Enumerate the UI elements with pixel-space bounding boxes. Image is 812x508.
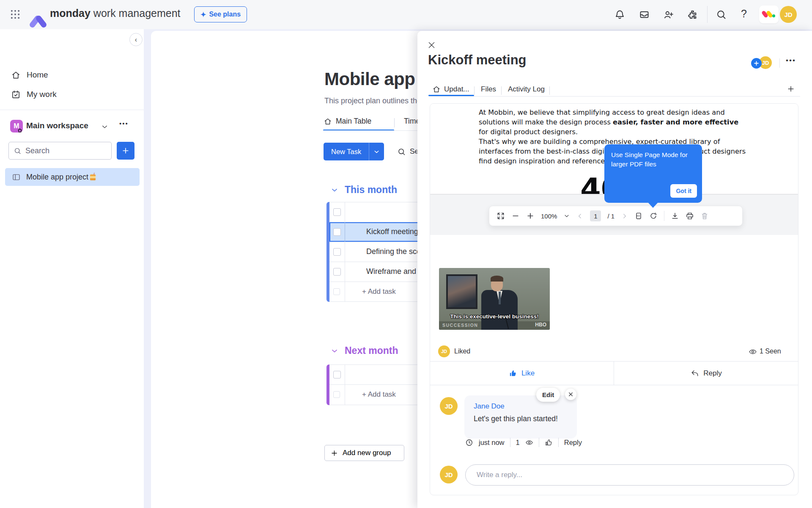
sidebar-item-my-work[interactable]: My work xyxy=(6,86,133,103)
product-name-rest: work management xyxy=(93,7,181,19)
next-page-icon[interactable] xyxy=(621,213,628,220)
sparkle-icon: ✦ xyxy=(200,11,206,19)
workspace-chevron-down-icon[interactable] xyxy=(101,123,109,131)
tab-separator xyxy=(394,118,395,127)
monday-app: mondaywork management ✦ See plans ? JD H… xyxy=(0,0,812,508)
monday-logo-icon[interactable] xyxy=(30,14,47,29)
panel-close-icon[interactable] xyxy=(427,41,436,50)
single-page-mode-icon[interactable] xyxy=(634,212,643,220)
search-icon xyxy=(397,147,406,156)
help-icon[interactable]: ? xyxy=(741,8,747,20)
zoom-chevron-down-icon[interactable] xyxy=(563,213,570,219)
tab-main-table[interactable]: Main Table xyxy=(324,117,371,126)
plus-icon xyxy=(330,449,338,457)
fullscreen-icon[interactable] xyxy=(497,212,505,220)
comment-author[interactable]: Jane Doe xyxy=(474,402,568,411)
new-task-chevron-down-icon[interactable] xyxy=(369,143,384,160)
row-checkbox[interactable] xyxy=(333,228,341,236)
my-work-icon xyxy=(11,90,21,99)
comment-meta-row: just now 1 Reply xyxy=(465,437,582,448)
comment-edit-button[interactable]: Edit xyxy=(536,388,560,402)
home-label: Home xyxy=(27,70,48,80)
rotate-icon[interactable] xyxy=(649,212,658,220)
previous-page-icon[interactable] xyxy=(576,213,584,220)
comment-text: Let's get this plan started! xyxy=(474,414,568,423)
toolbar-divider xyxy=(664,211,664,221)
group-chevron-down-icon xyxy=(330,186,339,194)
zoom-level[interactable]: 100% xyxy=(541,213,557,220)
row-checkbox[interactable] xyxy=(333,248,341,256)
gif-attachment[interactable]: This is executive-level business! SUCCES… xyxy=(439,268,550,330)
zoom-out-icon[interactable] xyxy=(511,212,520,220)
product-name: mondaywork management xyxy=(50,7,181,19)
print-icon[interactable] xyxy=(686,212,694,220)
zoom-in-icon[interactable] xyxy=(526,212,535,220)
sidebar-divider xyxy=(0,110,144,110)
inbox-icon[interactable] xyxy=(639,9,650,20)
sidebar-search xyxy=(8,142,112,160)
row-checkbox xyxy=(333,288,340,295)
monday-home-logo[interactable] xyxy=(759,6,779,23)
sidebar-item-board[interactable]: Mobile app project xyxy=(5,168,140,186)
apps-grid-icon[interactable] xyxy=(9,8,21,20)
delete-icon[interactable] xyxy=(700,212,709,220)
sidebar-add-button[interactable] xyxy=(117,142,134,160)
tab-files[interactable]: Files xyxy=(481,85,496,94)
add-task-label[interactable]: + Add task xyxy=(362,287,396,296)
task-name[interactable]: Kickoff meeting xyxy=(366,227,418,236)
comment-like-thumb-icon[interactable] xyxy=(545,439,553,447)
tab-activity-log[interactable]: Activity Log xyxy=(508,85,545,94)
download-icon[interactable] xyxy=(671,212,679,220)
panel-item-title[interactable]: Kickoff meeting xyxy=(428,52,527,68)
reply-button[interactable]: Reply xyxy=(614,362,798,385)
add-task-label[interactable]: + Add task xyxy=(362,390,396,399)
select-all-checkbox[interactable] xyxy=(333,371,341,378)
like-button[interactable]: Like xyxy=(430,362,614,385)
pdf-paragraph-1: At Mobbin, we believe that simplifying a… xyxy=(479,108,749,137)
panel-more-icon[interactable]: ••• xyxy=(786,56,796,65)
reply-input[interactable] xyxy=(465,464,794,486)
column-divider xyxy=(345,262,345,282)
thumbs-up-icon xyxy=(509,369,517,378)
tab-separator xyxy=(474,86,475,95)
tab-separator xyxy=(501,86,502,95)
painting xyxy=(446,274,477,309)
apps-marketplace-icon[interactable] xyxy=(687,9,698,20)
row-checkbox[interactable] xyxy=(333,268,341,276)
select-all-checkbox[interactable] xyxy=(333,208,341,216)
sidebar-collapse-button[interactable]: ‹ xyxy=(129,33,143,46)
pdf-toolbar: 100% 1 / 1 xyxy=(489,206,743,226)
sidebar-item-home[interactable]: Home xyxy=(6,66,133,84)
got-it-button[interactable]: Got it xyxy=(670,184,697,198)
comment-reply-link[interactable]: Reply xyxy=(564,439,582,447)
add-view-tab-icon[interactable] xyxy=(787,85,795,93)
global-search-icon[interactable] xyxy=(716,9,727,20)
row-checkbox xyxy=(333,391,340,398)
add-subscriber-icon[interactable] xyxy=(751,58,762,69)
group-name: Next month xyxy=(345,345,398,356)
new-task-split-button[interactable]: New Task xyxy=(324,143,384,160)
home-icon xyxy=(11,70,21,80)
gif-caption: This is executive-level business! xyxy=(439,313,550,320)
seen-count[interactable]: 1 Seen xyxy=(760,348,781,355)
new-task-button[interactable]: New Task xyxy=(324,143,369,160)
add-new-group-button[interactable]: Add new group xyxy=(324,445,404,461)
invite-members-icon[interactable] xyxy=(663,9,674,20)
comment-delete-icon[interactable] xyxy=(565,389,576,400)
group-header-this-month[interactable]: This month xyxy=(330,184,397,196)
liker-avatar[interactable]: JD xyxy=(438,345,450,357)
reply-avatar: JD xyxy=(440,466,458,483)
sidebar-search-input[interactable] xyxy=(25,146,102,155)
current-page-input[interactable]: 1 xyxy=(590,210,601,221)
workspace-more-icon[interactable]: ••• xyxy=(119,120,129,127)
notifications-bell-icon[interactable] xyxy=(614,9,625,20)
tab-updates[interactable]: Updat... xyxy=(432,85,469,94)
workspace-name[interactable]: Main workspace xyxy=(26,121,88,130)
page-total: / 1 xyxy=(607,213,614,220)
product-name-bold: monday xyxy=(50,7,91,19)
user-avatar[interactable]: JD xyxy=(780,6,797,23)
group-name: This month xyxy=(345,184,397,196)
group-header-next-month[interactable]: Next month xyxy=(330,345,398,356)
see-plans-button[interactable]: ✦ See plans xyxy=(194,6,247,22)
comment-avatar[interactable]: JD xyxy=(440,397,458,415)
